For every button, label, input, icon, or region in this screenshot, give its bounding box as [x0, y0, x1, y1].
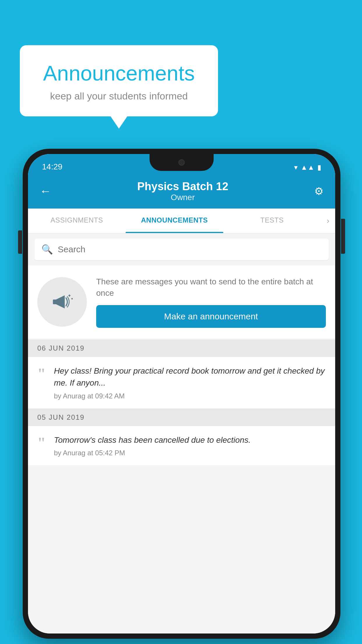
phone-inner: 14:29 ▾ ▲▲ ▮ ← Physics Batch 12 Owner ⚙ [28, 154, 335, 634]
announcement-item-1[interactable]: " Hey class! Bring your practical record… [28, 357, 335, 408]
announcement-meta-1: by Anurag at 09:42 AM [54, 392, 326, 400]
quote-icon-2: " [37, 435, 46, 451]
search-input[interactable] [58, 244, 322, 254]
date-separator-1: 06 JUN 2019 [28, 340, 335, 357]
announcement-item-2[interactable]: " Tomorrow's class has been cancelled du… [28, 426, 335, 466]
make-announcement-button[interactable]: Make an announcement [96, 305, 326, 328]
svg-rect-0 [53, 300, 56, 304]
announcement-content-2: Tomorrow's class has been cancelled due … [54, 434, 251, 457]
search-bar[interactable]: 🔍 [34, 239, 329, 260]
phone-outer: 14:29 ▾ ▲▲ ▮ ← Physics Batch 12 Owner ⚙ [23, 149, 340, 639]
announcement-content-1: Hey class! Bring your practical record b… [54, 365, 326, 400]
battery-icon: ▮ [317, 163, 321, 172]
promo-icon-circle [37, 277, 87, 327]
announcement-meta-2: by Anurag at 05:42 PM [54, 449, 251, 457]
notch-camera [178, 159, 185, 166]
speech-bubble: Announcements keep all your students inf… [20, 45, 218, 116]
header-title: Physics Batch 12 [137, 180, 229, 193]
tab-more[interactable]: › [321, 209, 335, 233]
announcement-text-2: Tomorrow's class has been cancelled due … [54, 434, 251, 446]
speech-bubble-subtitle: keep all your students informed [37, 90, 201, 102]
promo-description: These are messages you want to send to t… [96, 276, 326, 299]
tab-assignments[interactable]: ASSIGNMENTS [28, 209, 126, 233]
search-icon: 🔍 [41, 244, 53, 255]
wifi-icon: ▾ [294, 163, 298, 172]
date-separator-2: 05 JUN 2019 [28, 409, 335, 426]
promo-section: These are messages you want to send to t… [28, 265, 335, 338]
settings-button[interactable]: ⚙ [314, 185, 324, 197]
content-area: 🔍 [28, 233, 335, 634]
promo-right: These are messages you want to send to t… [96, 276, 326, 328]
app-header: ← Physics Batch 12 Owner ⚙ [28, 175, 335, 209]
signal-icon: ▲▲ [301, 163, 314, 172]
phone-mockup: 14:29 ▾ ▲▲ ▮ ← Physics Batch 12 Owner ⚙ [23, 149, 340, 639]
speech-bubble-container: Announcements keep all your students inf… [20, 45, 218, 116]
announcement-text-1: Hey class! Bring your practical record b… [54, 365, 326, 389]
phone-notch [150, 154, 214, 171]
tab-tests[interactable]: TESTS [223, 209, 321, 233]
tabs-bar: ASSIGNMENTS ANNOUNCEMENTS TESTS › [28, 209, 335, 233]
tab-announcements[interactable]: ANNOUNCEMENTS [126, 209, 223, 233]
header-title-section: Physics Batch 12 Owner [137, 180, 229, 202]
header-subtitle: Owner [137, 193, 229, 202]
status-icons: ▾ ▲▲ ▮ [294, 163, 321, 172]
back-button[interactable]: ← [40, 185, 51, 198]
speech-bubble-title: Announcements [37, 61, 201, 85]
megaphone-icon [49, 289, 75, 315]
quote-icon-1: " [37, 366, 46, 382]
status-time: 14:29 [42, 162, 62, 172]
